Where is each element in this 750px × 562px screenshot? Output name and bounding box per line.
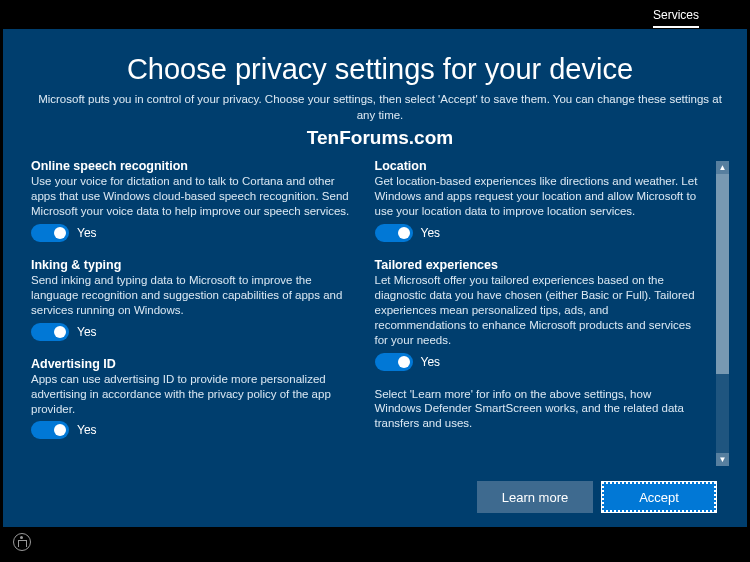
- toggle-tailored[interactable]: [375, 353, 413, 371]
- settings-right-column: Location Get location-based experiences …: [375, 159, 699, 466]
- scroll-down-icon[interactable]: ▼: [716, 453, 729, 466]
- toggle-advertising[interactable]: [31, 421, 69, 439]
- setting-advertising: Advertising ID Apps can use advertising …: [31, 357, 355, 440]
- toggle-label: Yes: [77, 423, 97, 437]
- header-bar: Services: [3, 3, 747, 29]
- scroll-thumb[interactable]: [716, 174, 729, 374]
- setting-title: Inking & typing: [31, 258, 355, 272]
- learn-more-button[interactable]: Learn more: [477, 481, 593, 513]
- watermark-text: TenForums.com: [31, 127, 729, 149]
- setting-inking: Inking & typing Send inking and typing d…: [31, 258, 355, 341]
- setting-title: Location: [375, 159, 699, 173]
- learn-more-info: Select 'Learn more' for info on the abov…: [375, 387, 699, 432]
- bottom-bar: [3, 527, 747, 557]
- page-subtitle: Microsoft puts you in control of your pr…: [31, 92, 729, 123]
- setting-location: Location Get location-based experiences …: [375, 159, 699, 242]
- toggle-inking[interactable]: [31, 323, 69, 341]
- accept-button[interactable]: Accept: [601, 481, 717, 513]
- toggle-label: Yes: [421, 355, 441, 369]
- setting-desc: Use your voice for dictation and to talk…: [31, 174, 355, 219]
- setting-speech: Online speech recognition Use your voice…: [31, 159, 355, 242]
- setting-tailored: Tailored experiences Let Microsoft offer…: [375, 258, 699, 371]
- privacy-settings-panel: Choose privacy settings for your device …: [3, 29, 747, 527]
- setting-title: Advertising ID: [31, 357, 355, 371]
- toggle-label: Yes: [77, 226, 97, 240]
- toggle-label: Yes: [77, 325, 97, 339]
- toggle-location[interactable]: [375, 224, 413, 242]
- accessibility-icon[interactable]: [13, 533, 31, 551]
- setting-desc: Get location-based experiences like dire…: [375, 174, 699, 219]
- setting-desc: Send inking and typing data to Microsoft…: [31, 273, 355, 318]
- tab-services[interactable]: Services: [653, 4, 699, 28]
- scrollbar[interactable]: ▲ ▼: [716, 161, 729, 466]
- toggle-speech[interactable]: [31, 224, 69, 242]
- setting-desc: Apps can use advertising ID to provide m…: [31, 372, 355, 417]
- setting-desc: Let Microsoft offer you tailored experie…: [375, 273, 699, 348]
- scroll-up-icon[interactable]: ▲: [716, 161, 729, 174]
- page-title: Choose privacy settings for your device: [31, 53, 729, 86]
- setting-title: Online speech recognition: [31, 159, 355, 173]
- settings-left-column: Online speech recognition Use your voice…: [31, 159, 355, 466]
- toggle-label: Yes: [421, 226, 441, 240]
- setting-title: Tailored experiences: [375, 258, 699, 272]
- button-row: Learn more Accept: [477, 481, 717, 513]
